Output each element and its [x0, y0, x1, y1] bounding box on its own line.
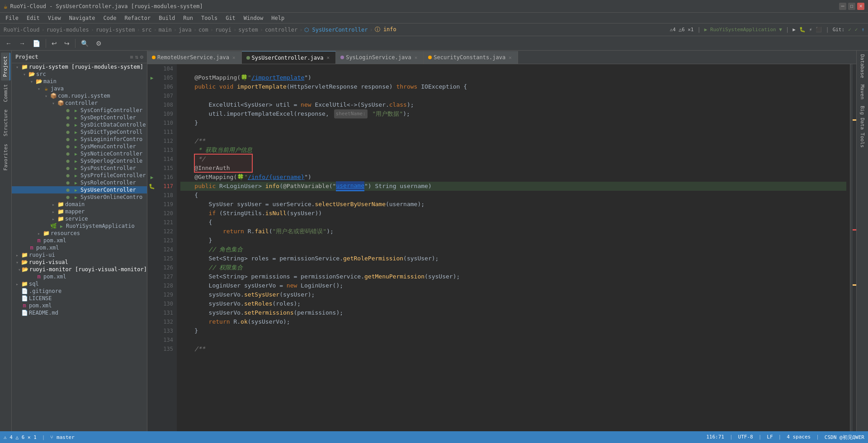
editor-scrollbar[interactable] [850, 64, 856, 431]
maximize-button[interactable]: □ [848, 3, 855, 10]
tab-sys-login[interactable]: SysLoginService.java ✕ [336, 51, 424, 64]
settings-btn[interactable]: ⚙ [93, 38, 104, 48]
crumb-9[interactable]: system [238, 27, 258, 33]
tree-item-readme[interactable]: 📄 README.md [12, 309, 147, 316]
crumb-10[interactable]: controller [265, 27, 297, 33]
tree-item-com-ruoyi[interactable]: ▾ 📦 com.ruoyi.system [12, 92, 147, 99]
tree-item-SysProfile[interactable]: ● ▶ SysProfileController [12, 172, 147, 179]
tree-item-SysOperlog[interactable]: ● ▶ SysOperlogControlle [12, 157, 147, 165]
menu-file[interactable]: File [2, 14, 22, 22]
run-btn[interactable]: ▶ [793, 27, 796, 33]
menu-git[interactable]: Git [222, 14, 239, 22]
back-btn[interactable]: ← [3, 38, 14, 48]
tree-item-SysUser[interactable]: ● ▶ SysUserController [12, 186, 147, 193]
tree-item-src[interactable]: ▾ 📂 src [12, 71, 147, 78]
tab-close-btn[interactable]: ✕ [231, 54, 237, 61]
stop-btn[interactable]: ⬛ [816, 27, 822, 33]
database-panel-btn[interactable]: Database [859, 52, 866, 80]
git-check[interactable]: ✓ [848, 27, 851, 33]
tree-item-SysMenu[interactable]: ● ▶ SysMenuController [12, 143, 147, 150]
tree-item-SysDeptController[interactable]: ● ▶ SysDeptController [12, 114, 147, 121]
crumb-4[interactable]: src [142, 27, 152, 33]
menu-navigate[interactable]: Navigate [66, 14, 99, 22]
commit-tab[interactable]: Commit [1, 80, 10, 106]
tree-item-SysConfigController[interactable]: ● ▶ SysConfigController [12, 107, 147, 114]
tree-item-pom-root[interactable]: m pom.xml [12, 244, 147, 251]
crumb-7[interactable]: com [198, 27, 208, 33]
code-content[interactable]: @PostMapping(🍀"/importTemplate") public … [177, 64, 850, 431]
run-config[interactable]: ▶ RuoYiSystemApplication ▼ [704, 27, 782, 33]
tree-item-SysDictData[interactable]: ● ▶ SysDictDataControlle [12, 121, 147, 128]
profile-btn[interactable]: ⚡ [809, 27, 812, 33]
tab-remote-user[interactable]: RemoteUserService.java ✕ [147, 51, 242, 64]
tree-item-sql[interactable]: ▸ 📁 sql [12, 280, 147, 287]
tree-item-SysPost[interactable]: ● ▶ SysPostController [12, 165, 147, 172]
recent-files-btn[interactable]: 📄 [30, 38, 43, 48]
sort-btn[interactable]: ⇅ [135, 54, 138, 60]
tab-close-btn[interactable]: ✕ [326, 54, 331, 61]
forward-btn[interactable]: → [16, 38, 28, 48]
structure-tab[interactable]: Structure [1, 106, 10, 140]
tree-item-gitignore[interactable]: 📄 .gitignore [12, 287, 147, 295]
crumb-5[interactable]: main [159, 27, 172, 33]
tree-item-pom-main[interactable]: m pom.xml [12, 302, 147, 309]
project-tab[interactable]: Project [1, 52, 10, 80]
tab-close-btn[interactable]: ✕ [507, 54, 513, 61]
tree-item-SysNotice[interactable]: ● ▶ SysNoticeController [12, 150, 147, 157]
crumb-8[interactable]: ruoyi [215, 27, 231, 33]
settings-icon[interactable]: ⚙ [140, 54, 143, 60]
tree-item-resources[interactable]: ▸ 📁 resources [12, 230, 147, 237]
tree-item-domain[interactable]: ▸ 📁 domain [12, 201, 147, 208]
redo-btn[interactable]: ↪ [61, 38, 72, 48]
gutter-run-116[interactable]: ▶ [151, 173, 154, 182]
tab-sys-user[interactable]: SysUserController.java ✕ [242, 51, 336, 64]
crumb-6[interactable]: java [179, 27, 192, 33]
gutter-run-105[interactable]: ▶ [151, 73, 154, 82]
tree-item-ruoyi-ui[interactable]: ▸ 📁 ruoyi-ui [12, 251, 147, 259]
tree-item-ruoyi-system[interactable]: ▾ 📁 ruoyi-system [ruoyi-modules-system] [12, 63, 147, 71]
menu-help[interactable]: Help [268, 14, 288, 22]
crumb-method[interactable]: ⓘ info [375, 26, 396, 33]
menu-edit[interactable]: Edit [23, 14, 43, 22]
tree-item-pom-system[interactable]: m pom.xml [12, 237, 147, 244]
crumb-2[interactable]: ruoyi-modules [47, 27, 89, 33]
menu-code[interactable]: Code [100, 14, 120, 22]
crumb-controller[interactable]: ⬡ SysUserController [304, 27, 368, 33]
tree-item-main[interactable]: ▾ 📂 main [12, 78, 147, 85]
close-button[interactable]: ✕ [857, 3, 864, 10]
git-check2[interactable]: ✓ [855, 27, 858, 33]
tab-close-btn[interactable]: ✕ [413, 54, 419, 61]
collapse-all-btn[interactable]: ≡ [130, 54, 133, 60]
tree-item-pom-monitor[interactable]: m pom.xml [12, 273, 147, 280]
menu-run[interactable]: Run [179, 14, 197, 22]
tree-item-SysUserOnline[interactable]: ● ▶ SysUserOnlineContro [12, 193, 147, 201]
menu-view[interactable]: View [44, 14, 65, 22]
crumb-1[interactable]: RuoYi-Cloud [4, 27, 39, 33]
search-btn[interactable]: 🔍 [78, 38, 91, 48]
tree-item-service[interactable]: ▸ 📁 service [12, 215, 147, 222]
menu-tools[interactable]: Tools [198, 14, 221, 22]
tree-item-controller[interactable]: ▾ 📦 controller [12, 99, 147, 107]
git-push[interactable]: ↑ [861, 27, 864, 33]
menu-window[interactable]: Window [240, 14, 267, 22]
crumb-3[interactable]: ruoyi-system [96, 27, 135, 33]
bigdata-panel-btn[interactable]: Big Data Tools [859, 104, 866, 150]
undo-btn[interactable]: ↩ [49, 38, 60, 48]
tree-item-SysLoginInfo[interactable]: ● ▶ SysLogininforContro [12, 136, 147, 143]
tree-item-license[interactable]: 📄 LICENSE [12, 295, 147, 302]
tree-item-java[interactable]: ▾ ☕ java [12, 85, 147, 92]
maven-panel-btn[interactable]: Maven [859, 83, 866, 101]
code-editor[interactable]: ▶ [147, 64, 856, 431]
tree-item-ruoyi-monitor[interactable]: ▾ 📂 ruoyi-monitor [ruoyi-visual-monitor] [12, 266, 147, 273]
menu-build[interactable]: Build [155, 14, 179, 22]
tree-item-ruoyi-visual[interactable]: ▾ 📂 ruoyi-visual [12, 259, 147, 266]
menu-refactor[interactable]: Refactor [121, 14, 154, 22]
tree-item-SysDictType[interactable]: ● ▶ SysDictTypeControll [12, 128, 147, 136]
favorites-tab[interactable]: Favorites [1, 140, 10, 174]
tab-security[interactable]: SecurityConstants.java ✕ [424, 51, 518, 64]
tree-item-RuoYiApp[interactable]: 🌿 ▶ RuoYiSystemApplicatio [12, 222, 147, 230]
minimize-button[interactable]: ─ [839, 3, 846, 10]
tree-item-SysRole[interactable]: ● ▶ SysRoleController [12, 179, 147, 186]
debug-btn[interactable]: 🐛 [799, 27, 806, 33]
tree-item-mapper[interactable]: ▸ 📁 mapper [12, 208, 147, 215]
